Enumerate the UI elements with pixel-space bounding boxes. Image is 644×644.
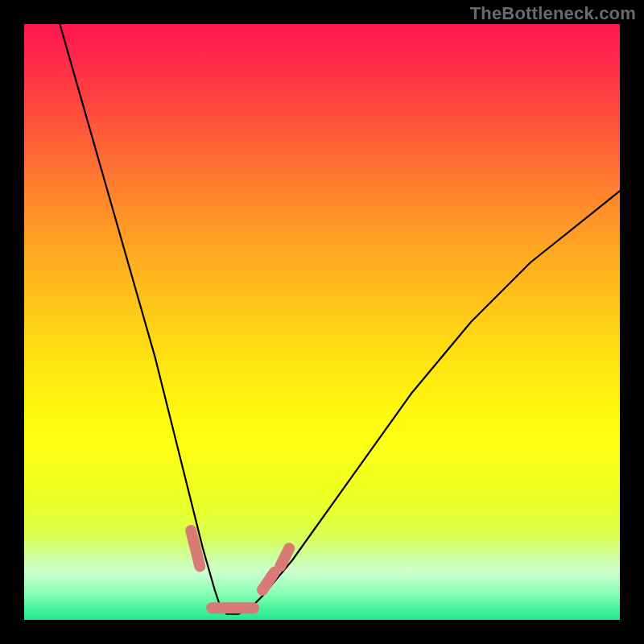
bottleneck-curve: [24, 24, 620, 620]
highlight-segment: [262, 572, 275, 590]
chart-container: TheBottleneck.com: [0, 0, 644, 644]
highlight-segment: [280, 548, 289, 566]
highlight-segments: [191, 530, 289, 608]
plot-area: [24, 24, 620, 620]
highlight-segment: [191, 530, 200, 566]
curve-path: [60, 24, 620, 614]
watermark-label: TheBottleneck.com: [470, 3, 636, 24]
